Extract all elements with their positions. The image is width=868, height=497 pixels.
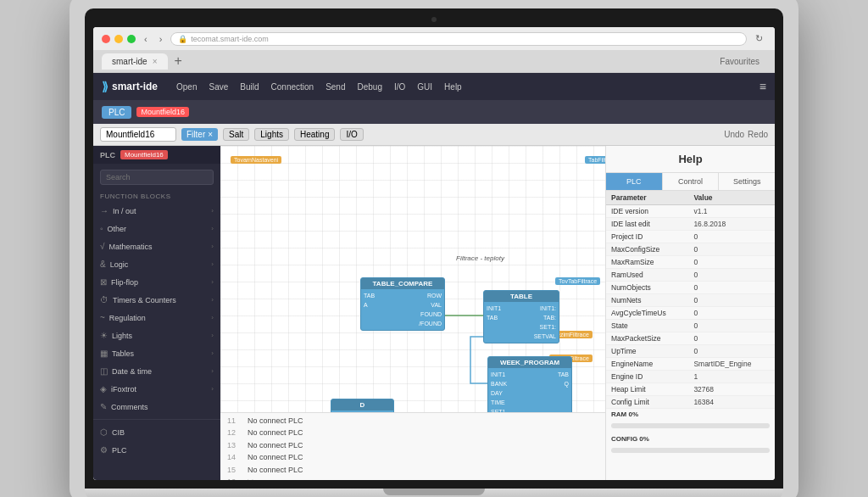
filter-input-value[interactable]: Mountfield16 [106, 130, 170, 139]
sidebar-item-math[interactable]: √ Mathematics › [93, 237, 220, 255]
help-tab-control[interactable]: Control [663, 173, 720, 190]
sidebar-section-title: FUNCTION BLOCKS [93, 189, 220, 202]
sidebar-item-timers[interactable]: ⏱ Timers & Counters › [93, 291, 220, 309]
close-button[interactable] [102, 35, 110, 43]
timer-icon: ⏱ [100, 295, 108, 304]
menu-open[interactable]: Open [176, 82, 197, 92]
help-table-row: IDE versionv1.1 [606, 205, 775, 218]
url-bar[interactable]: 🔒 tecomat.smart-ide.com [170, 32, 747, 46]
port-q: DAY [491, 389, 513, 397]
undo-button[interactable]: Undo [724, 130, 744, 139]
block-table[interactable]: TABLE INIT1 TAB INIT1: TAB: [483, 290, 559, 343]
filter-button[interactable]: Filter × [181, 128, 218, 141]
menu-help[interactable]: Help [444, 82, 462, 92]
filter-tag-heating[interactable]: Heating [294, 128, 335, 141]
block-d[interactable]: D D CLK! SET VAL RES [331, 399, 394, 412]
canvas-area[interactable]: TovarnNastaveni TabFiltrace TovTabFiltra… [220, 146, 605, 412]
filter-tag-io[interactable]: I/O [340, 128, 363, 141]
help-table-row: RamUsed0 [606, 269, 775, 282]
menu-gui[interactable]: GUI [417, 82, 432, 92]
sidebar-item-cib[interactable]: ⬡ CIB [93, 423, 220, 441]
sidebar-search-input[interactable] [100, 170, 214, 185]
block-week-program-bot[interactable]: WEEK_PROGRAM INIT1 BANK DAY TIME SET1 SE… [487, 356, 572, 412]
block-table-header: TABLE [484, 291, 559, 302]
sidebar-item-datetime[interactable]: ◫ Date & time › [93, 362, 220, 380]
sidebar: PLC Mountfield16 FUNCTION BLOCKS → In / … [93, 146, 220, 480]
tab-close-icon[interactable]: × [153, 57, 158, 66]
log-area: 11 No connect PLC 12 No connect PLC 13 N… [220, 412, 605, 480]
sidebar-plc-text: PLC [100, 151, 115, 159]
tab-title: smart-ide [112, 57, 147, 66]
port-tab-r: TAB [558, 371, 569, 378]
port-set1r: SET1: [534, 323, 556, 331]
port-found: FOUND [419, 310, 442, 318]
app-logo: ⟫ smart-ide [102, 80, 158, 93]
chevron-right-icon: › [211, 349, 214, 357]
minimize-button[interactable] [114, 35, 123, 43]
block-table-compare[interactable]: TABLE_COMPARE TAB A ROW VAL [360, 277, 445, 331]
plc-badge: Mountfield16 [120, 150, 168, 159]
log-line-11: 11 No connect PLC [227, 415, 598, 427]
config-label: CONFIG 0% [606, 433, 775, 444]
help-table-row: NumObjects0 [606, 282, 775, 294]
chevron-right-icon: › [211, 225, 214, 232]
chevron-right-icon: › [211, 385, 214, 393]
sidebar-item-flipflop[interactable]: ⊠ Flip-flop › [93, 273, 220, 291]
port-q-r: Q [558, 380, 569, 388]
flipflop-icon: ⊠ [100, 277, 107, 287]
help-table-row: State0 [606, 320, 775, 332]
help-table-row: MaxPacketSize0 [606, 332, 775, 345]
filter-tag-salt[interactable]: Salt [223, 128, 249, 141]
back-button[interactable]: ‹ [141, 32, 151, 46]
sidebar-item-regulation[interactable]: ~ Regulation › [93, 309, 220, 327]
sidebar-item-tables[interactable]: ▦ Tables › [93, 344, 220, 362]
url-text: tecomat.smart-ide.com [191, 35, 269, 43]
ram-progress [606, 420, 775, 433]
hamburger-icon[interactable]: ≡ [760, 80, 766, 93]
redo-button[interactable]: Redo [748, 130, 768, 139]
sidebar-item-plc[interactable]: ⚙ PLC [93, 441, 220, 459]
app-name: smart-ide [112, 81, 158, 92]
port-val: VAL [419, 301, 442, 309]
lights-icon: ☀ [100, 331, 108, 340]
chevron-right-icon: › [211, 332, 214, 339]
config-progress [606, 444, 775, 458]
browser-tab[interactable]: smart-ide × [102, 53, 168, 70]
menu-send[interactable]: Send [326, 82, 345, 92]
help-col-value: Value [688, 191, 775, 205]
sidebar-item-lights[interactable]: ☀ Lights › [93, 327, 220, 344]
menu-io[interactable]: I/O [394, 82, 405, 92]
block-d-header: D [331, 399, 393, 410]
menu-debug[interactable]: Debug [358, 82, 382, 92]
filter-label: Filtrace - teploty [456, 254, 504, 262]
help-tab-settings[interactable]: Settings [719, 173, 775, 190]
plc-tab[interactable]: PLC [102, 106, 131, 119]
sidebar-item-other[interactable]: ◦ Other › [93, 220, 220, 237]
help-table-row: NumNets0 [606, 294, 775, 307]
forward-button[interactable]: › [156, 32, 166, 46]
arrow-icon: → [100, 206, 108, 215]
app-menu: Open Save Build Connection Send Debug I/… [176, 82, 462, 92]
sidebar-item-comments[interactable]: ✎ Comments [93, 398, 220, 416]
menu-save[interactable]: Save [209, 82, 229, 92]
port-nfound: /FOUND [419, 320, 442, 327]
block-week-program-bot-header: WEEK_PROGRAM [488, 357, 571, 368]
maximize-button[interactable] [127, 35, 136, 43]
help-table-row: MaxConfigSize0 [606, 243, 775, 256]
help-table-row: UpTime0 [606, 345, 775, 358]
sidebar-item-ifoxtrot[interactable]: ◈ iFoxtrot › [93, 380, 220, 398]
help-tab-plc[interactable]: PLC [606, 173, 663, 190]
refresh-button[interactable]: ↻ [752, 31, 766, 46]
logic-icon: & [100, 260, 106, 269]
cib-icon: ⬡ [100, 427, 108, 437]
menu-build[interactable]: Build [240, 82, 259, 92]
filter-tag-lights[interactable]: Lights [254, 128, 289, 141]
port-row: ROW [419, 292, 442, 299]
comments-icon: ✎ [100, 402, 107, 411]
sidebar-item-in-out[interactable]: → In / out › [93, 202, 220, 220]
port-setvalr: SETVAL [534, 332, 556, 340]
math-icon: √ [100, 242, 105, 251]
new-tab-button[interactable]: + [168, 50, 189, 72]
sidebar-item-logic[interactable]: & Logic › [93, 255, 220, 273]
menu-connection[interactable]: Connection [271, 82, 314, 92]
